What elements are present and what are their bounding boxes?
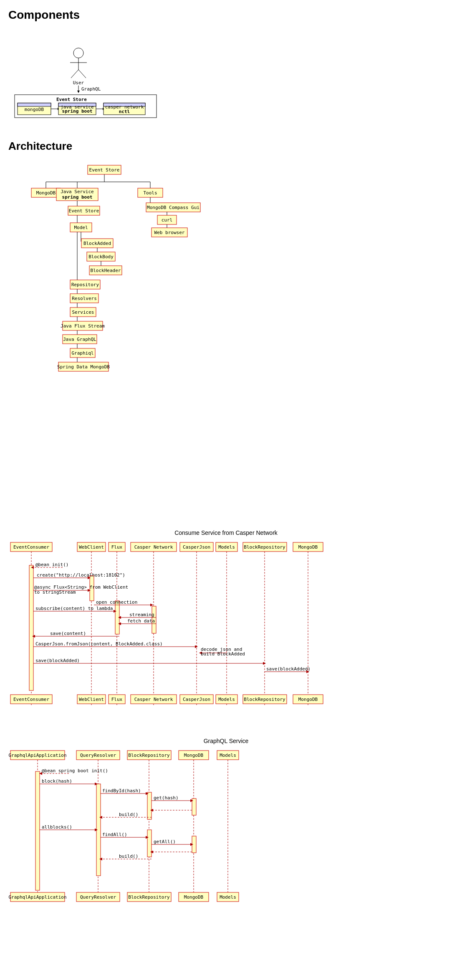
svg-text:Model: Model	[74, 225, 88, 230]
svg-text:BlockHeader: BlockHeader	[91, 268, 121, 273]
svg-text:block(hash): block(hash)	[42, 778, 72, 784]
svg-text:build(): build()	[119, 854, 138, 859]
svg-text:save(blockAdded): save(blockAdded)	[35, 658, 80, 663]
svg-text:mongoDB: mongoDB	[25, 107, 44, 112]
svg-text:@bean init(): @bean init()	[35, 562, 68, 567]
svg-text:BlockRepository: BlockRepository	[244, 544, 285, 550]
svg-text:Java GraphQL: Java GraphQL	[63, 337, 96, 342]
svg-text:save(blockAdded): save(blockAdded)	[266, 666, 311, 672]
svg-rect-180	[35, 771, 40, 890]
svg-rect-181	[96, 784, 101, 876]
graphql-service-section: GraphQL Service GraphqlApiApplication Qu…	[8, 738, 444, 917]
user-icon	[73, 48, 83, 58]
svg-text:MongoDB: MongoDB	[184, 753, 204, 758]
svg-text:spring boot: spring boot	[62, 194, 93, 200]
svg-text:QueryResolver: QueryResolver	[80, 894, 116, 900]
svg-text:WebClient: WebClient	[79, 544, 104, 550]
svg-text:CasperJson.fromJson(content, B: CasperJson.fromJson(content, BlockAdded.…	[35, 641, 163, 647]
svg-text:getAll(): getAll()	[154, 839, 176, 844]
svg-text:create("http://localhost:18102: create("http://localhost:18102")	[37, 572, 125, 578]
svg-text:CasperJson: CasperJson	[183, 544, 210, 550]
components-title: Components	[8, 8, 444, 22]
svg-text:Repository: Repository	[71, 282, 99, 287]
architecture-title: Architecture	[8, 140, 444, 153]
svg-text:Models: Models	[220, 753, 236, 758]
svg-text:Tools: Tools	[143, 190, 157, 196]
svg-text:get(hash): get(hash)	[154, 795, 179, 801]
svg-text:Casper Network: Casper Network	[134, 697, 173, 702]
svg-text:Java Flux Stream: Java Flux Stream	[61, 323, 105, 329]
graphql-service-title: GraphQL Service	[8, 738, 444, 744]
svg-text:Web browser: Web browser	[154, 230, 185, 235]
svg-rect-184	[147, 830, 152, 857]
svg-text:GraphqlApiApplication: GraphqlApiApplication	[8, 753, 66, 758]
svg-text:open connection: open connection	[96, 600, 137, 605]
svg-text:BlockBody: BlockBody	[88, 254, 114, 259]
svg-text:Event Store: Event Store	[69, 208, 99, 214]
svg-line-2	[71, 70, 78, 78]
svg-text:findById(hash): findById(hash)	[102, 788, 141, 794]
svg-text:MongoDB: MongoDB	[36, 190, 56, 196]
svg-text:nctl: nctl	[119, 109, 130, 114]
svg-text:GraphqlApiApplication: GraphqlApiApplication	[8, 894, 66, 900]
svg-rect-185	[192, 836, 196, 853]
consume-service-title: Consume Service from Casper Network	[8, 529, 444, 536]
svg-text:streaming: streaming	[129, 612, 154, 617]
svg-text:Casper Network: Casper Network	[134, 544, 173, 550]
svg-rect-183	[192, 799, 196, 815]
svg-rect-118	[29, 565, 33, 690]
svg-rect-10	[18, 103, 51, 106]
svg-text:subscribe(content) to lambda: subscribe(content) to lambda	[35, 606, 113, 611]
consume-service-section: Consume Service from Casper Network Even…	[8, 529, 444, 721]
svg-text:Models: Models	[218, 544, 235, 550]
components-section: Components User GraphQL Event Store mong…	[8, 8, 444, 123]
svg-text:EventConsumer: EventConsumer	[13, 697, 49, 702]
architecture-diagram: Event Store MongoDB Java Service spring …	[8, 161, 309, 511]
svg-text:BlockRepository: BlockRepository	[244, 697, 285, 702]
svg-text:User: User	[73, 80, 84, 86]
svg-text:BlockRepository: BlockRepository	[128, 894, 170, 900]
svg-text:BlockRepository: BlockRepository	[128, 753, 170, 758]
consume-service-diagram: EventConsumer WebClient Flux Casper Netw…	[8, 540, 451, 720]
svg-text:Models: Models	[218, 697, 235, 702]
svg-text:curl: curl	[162, 217, 173, 223]
svg-text:allblocks(): allblocks()	[42, 824, 72, 830]
svg-text:Java Service: Java Service	[61, 189, 93, 194]
svg-text:BlockAdded: BlockAdded	[83, 241, 111, 246]
svg-text:Event Store: Event Store	[89, 167, 120, 173]
svg-text:build(): build()	[119, 812, 138, 817]
svg-text:build BlockAdded: build BlockAdded	[201, 651, 245, 657]
svg-text:MongoDB: MongoDB	[298, 697, 318, 702]
svg-text:to stringStream: to stringStream	[34, 590, 76, 595]
graphql-service-diagram: GraphqlApiApplication QueryResolver Bloc…	[8, 748, 300, 915]
svg-rect-182	[147, 792, 152, 819]
architecture-section: Architecture Event Store MongoDB Java Se…	[8, 140, 444, 513]
svg-text:Resolvers: Resolvers	[72, 296, 97, 301]
svg-text:@bean spring boot init(): @bean spring boot init()	[42, 768, 108, 773]
svg-text:findAll(): findAll()	[102, 832, 127, 837]
svg-text:GraphQL: GraphQL	[81, 86, 101, 92]
svg-text:WebClient: WebClient	[79, 697, 104, 702]
svg-text:EventConsumer: EventConsumer	[13, 544, 49, 550]
svg-text:QueryResolver: QueryResolver	[80, 753, 116, 758]
svg-text:Event Store: Event Store	[56, 97, 87, 102]
svg-text:MongoDB: MongoDB	[298, 544, 318, 550]
svg-text:save(content): save(content)	[50, 631, 86, 636]
svg-text:CasperJson: CasperJson	[183, 697, 210, 702]
svg-rect-120	[115, 601, 119, 634]
components-diagram: User GraphQL Event Store mongoDB java se…	[8, 30, 300, 122]
svg-text:MongoDB: MongoDB	[184, 894, 204, 900]
svg-text:Flux: Flux	[111, 544, 123, 550]
svg-text:spring boot: spring boot	[62, 108, 93, 114]
svg-line-3	[78, 70, 86, 78]
svg-text:Flux: Flux	[111, 697, 123, 702]
svg-text:Models: Models	[220, 894, 236, 900]
svg-text:Services: Services	[72, 310, 94, 315]
svg-text:Spring Data MongoDB: Spring Data MongoDB	[57, 364, 110, 370]
svg-text:Graphiql: Graphiql	[72, 350, 94, 356]
svg-text:MongoDB Compass Gui: MongoDB Compass Gui	[147, 205, 199, 210]
svg-text:fetch data: fetch data	[127, 618, 155, 624]
